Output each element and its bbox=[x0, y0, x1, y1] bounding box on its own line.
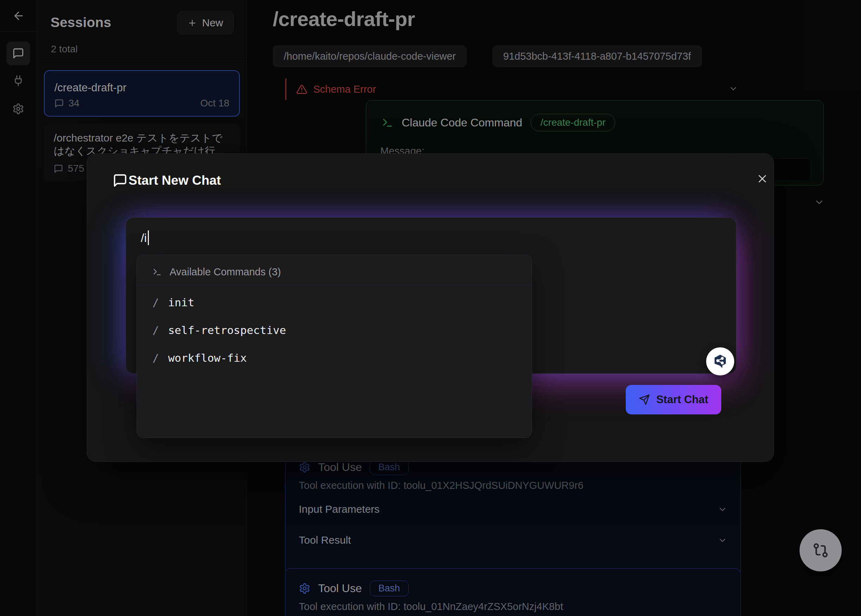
commands-dropdown: Available Commands (3) / init / self-ret… bbox=[137, 255, 532, 438]
dropdown-divider bbox=[137, 285, 532, 286]
chat-icon bbox=[113, 173, 127, 188]
terminal-icon bbox=[152, 267, 162, 277]
command-option-self-retrospective[interactable]: / self-retrospective bbox=[137, 320, 532, 341]
close-icon bbox=[756, 173, 769, 185]
start-chat-button[interactable]: Start Chat bbox=[626, 385, 721, 415]
close-button[interactable] bbox=[750, 167, 775, 191]
extension-badge-button[interactable] bbox=[706, 347, 734, 376]
share-chat-bubble-icon bbox=[712, 353, 729, 370]
text-caret bbox=[148, 230, 149, 245]
start-new-chat-modal: Start New Chat /i Available Commands (3)… bbox=[87, 154, 774, 462]
git-compare-icon bbox=[812, 542, 830, 559]
modal-title: Start New Chat bbox=[129, 173, 221, 188]
command-option-init[interactable]: / init bbox=[137, 292, 532, 313]
send-icon bbox=[639, 394, 650, 405]
git-compare-fab[interactable] bbox=[800, 529, 842, 571]
start-chat-label: Start Chat bbox=[656, 393, 708, 406]
chat-input-value: /i bbox=[141, 231, 147, 245]
command-option-workflow-fix[interactable]: / workflow-fix bbox=[137, 347, 532, 368]
app-window: Sessions New 2 total /create-draft-pr 34… bbox=[0, 0, 861, 616]
commands-header: Available Commands (3) bbox=[170, 266, 281, 278]
